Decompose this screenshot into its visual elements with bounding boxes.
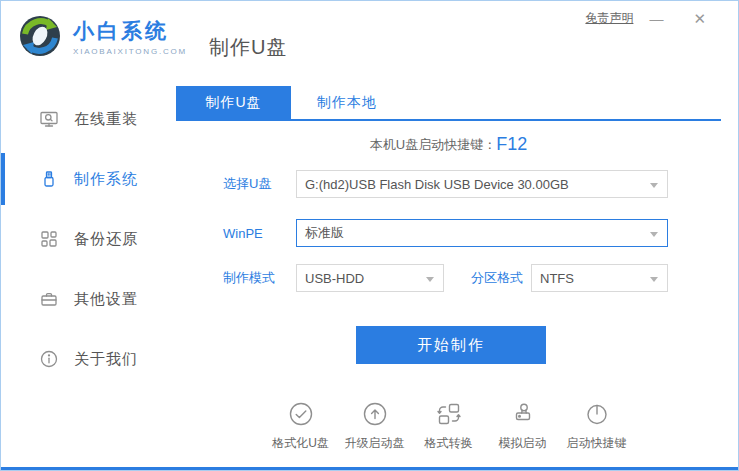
partition-dropdown[interactable]: NTFS [531, 264, 668, 292]
winpe-value: 标准版 [305, 224, 344, 242]
mode-partition-row: 制作模式 USB-HDD 分区格式 NTFS [223, 264, 738, 292]
partition-value: NTFS [540, 271, 574, 286]
active-indicator [1, 153, 5, 205]
brand-block: 小白系统 XIAOBAIXITONG.COM [73, 18, 187, 56]
header: 小白系统 XIAOBAIXITONG.COM 制作U盘 [17, 13, 287, 61]
tool-label: 升级启动盘 [343, 435, 407, 452]
chevron-down-icon [650, 232, 658, 237]
mouse-icon [584, 401, 610, 427]
tool-label: 格式化U盘 [269, 435, 333, 452]
sidebar-item-online-reinstall[interactable]: 在线重装 [1, 89, 166, 149]
tool-upgrade-boot-disk[interactable]: 升级启动盘 [343, 401, 407, 452]
tool-label: 格式转换 [417, 435, 481, 452]
chevron-down-icon [650, 277, 658, 282]
usb-select-label: 选择U盘 [223, 175, 296, 193]
stamp-icon [510, 401, 536, 427]
partition-label: 分区格式 [471, 269, 531, 287]
mode-dropdown[interactable]: USB-HDD [296, 264, 444, 292]
sidebar-item-backup-restore[interactable]: 备份还原 [1, 209, 166, 269]
mode-value: USB-HDD [305, 271, 364, 286]
tool-format-usb[interactable]: 格式化U盘 [269, 401, 333, 452]
tab-make-local[interactable]: 制作本地 [291, 86, 403, 119]
usb-select-dropdown[interactable]: G:(hd2)USB Flash Disk USB Device 30.00GB [296, 170, 668, 198]
usb-select-value: G:(hd2)USB Flash Disk USB Device 30.00GB [305, 177, 569, 192]
sidebar-item-label: 在线重装 [74, 110, 138, 129]
brand-domain: XIAOBAIXITONG.COM [73, 47, 187, 56]
chevron-down-icon [650, 183, 658, 188]
backup-restore-icon [39, 229, 59, 249]
winpe-dropdown[interactable]: 标准版 [296, 219, 668, 247]
footer-tools: 格式化U盘 升级启动盘 格式转换 模拟启动 启动快捷键 [176, 401, 721, 452]
page-title: 制作U盘 [209, 34, 287, 61]
info-icon [39, 349, 59, 369]
sidebar-item-make-system[interactable]: 制作系统 [1, 149, 166, 209]
bottom-accent-bar [1, 467, 738, 470]
tool-simulate-boot[interactable]: 模拟启动 [491, 401, 555, 452]
usb-select-row: 选择U盘 G:(hd2)USB Flash Disk USB Device 30… [223, 170, 738, 198]
sidebar: 在线重装 制作系统 备份还原 其他设置 关于我们 [1, 86, 166, 467]
sidebar-item-label: 其他设置 [74, 290, 138, 309]
tool-label: 模拟启动 [491, 435, 555, 452]
minimize-icon[interactable]: — [649, 12, 663, 26]
tab-make-usb[interactable]: 制作U盘 [176, 86, 291, 119]
disclaimer-link[interactable]: 免责声明 [585, 10, 633, 27]
tool-label: 启动快捷键 [565, 435, 629, 452]
sidebar-item-label: 关于我们 [74, 350, 138, 369]
make-usb-form: 选择U盘 G:(hd2)USB Flash Disk USB Device 30… [166, 170, 738, 292]
usb-drive-icon [39, 169, 59, 189]
sidebar-item-about-us[interactable]: 关于我们 [1, 329, 166, 389]
tab-strip: 制作U盘 制作本地 [176, 86, 721, 121]
brand-logo-icon [17, 13, 63, 59]
boot-hotkey-value: F12 [496, 134, 527, 154]
arrow-up-circle-icon [362, 401, 388, 427]
sidebar-item-other-settings[interactable]: 其他设置 [1, 269, 166, 329]
sidebar-item-label: 制作系统 [74, 170, 138, 189]
sidebar-item-label: 备份还原 [74, 230, 138, 249]
tool-boot-hotkey[interactable]: 启动快捷键 [565, 401, 629, 452]
settings-box-icon [39, 289, 59, 309]
close-icon[interactable]: ✕ [693, 12, 706, 26]
chevron-down-icon [426, 277, 434, 282]
boot-hotkey-line: 本机U盘启动快捷键：F12 [176, 134, 721, 155]
winpe-row: WinPE 标准版 [223, 219, 738, 247]
check-circle-icon [288, 401, 314, 427]
boot-hotkey-label: 本机U盘启动快捷键： [370, 137, 496, 152]
start-make-button[interactable]: 开始制作 [356, 326, 546, 364]
monitor-reinstall-icon [39, 109, 59, 129]
mode-label: 制作模式 [223, 269, 296, 287]
winpe-label: WinPE [223, 226, 296, 241]
brand-name: 小白系统 [73, 18, 187, 44]
main-content: 制作U盘 制作本地 本机U盘启动快捷键：F12 选择U盘 G:(hd2)USB … [166, 86, 738, 467]
convert-icon [436, 401, 462, 427]
titlebar-links: 免责声明 — ✕ [585, 10, 706, 27]
tool-format-convert[interactable]: 格式转换 [417, 401, 481, 452]
